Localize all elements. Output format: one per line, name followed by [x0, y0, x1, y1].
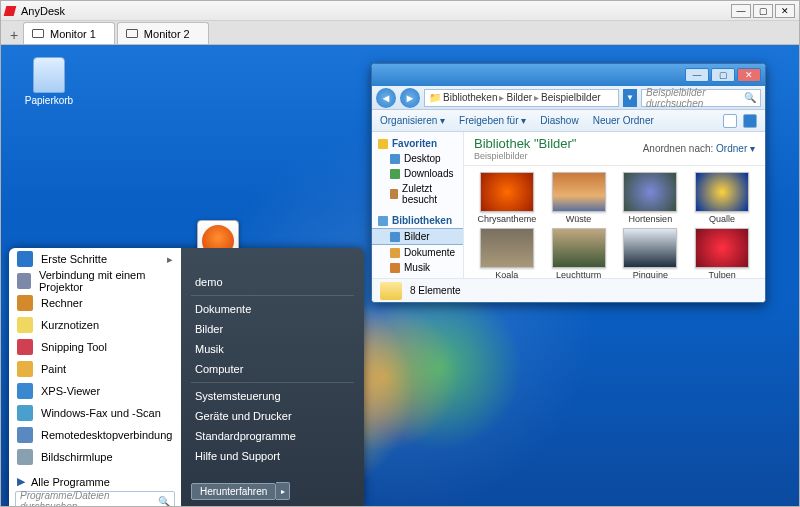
music-icon	[390, 263, 400, 273]
tab-monitor-2[interactable]: Monitor 2	[117, 22, 209, 44]
close-button[interactable]: ✕	[775, 4, 795, 18]
thumbnail[interactable]: Pinguine	[618, 228, 684, 278]
start-right-item[interactable]: demo	[181, 272, 364, 292]
start-menu-right: demoDokumenteBilderMusikComputerSystemst…	[181, 248, 364, 506]
anydesk-window: AnyDesk — ▢ ✕ + Monitor 1 Monitor 2 Papi…	[0, 0, 800, 507]
organize-menu[interactable]: Organisieren ▾	[380, 115, 445, 126]
thumbnail[interactable]: Hortensien	[618, 172, 684, 224]
breadcrumb-item[interactable]: Bilder	[506, 92, 532, 103]
start-item[interactable]: Erste Schritte▸	[9, 248, 181, 270]
minimize-button[interactable]: —	[731, 4, 751, 18]
start-item[interactable]: Bildschirmlupe	[9, 446, 181, 468]
explorer-titlebar[interactable]: — ▢ ✕	[372, 64, 765, 86]
start-right-item[interactable]: Geräte und Drucker	[181, 406, 364, 426]
all-programs[interactable]: ▶ Alle Programme	[9, 472, 181, 491]
thumbnail[interactable]: Chrysantheme	[474, 172, 540, 224]
start-right-item[interactable]: Standardprogramme	[181, 426, 364, 446]
start-item[interactable]: XPS-Viewer	[9, 380, 181, 402]
new-folder-button[interactable]: Neuer Ordner	[593, 115, 654, 126]
share-menu[interactable]: Freigeben für ▾	[459, 115, 526, 126]
app-icon	[17, 317, 33, 333]
sidebar-musik[interactable]: Musik	[372, 260, 463, 275]
sidebar-downloads[interactable]: Downloads	[372, 166, 463, 181]
thumbnail-grid: ChrysanthemeWüsteHortensienQualleKoalaLe…	[464, 166, 765, 278]
start-right-item[interactable]: Bilder	[181, 319, 364, 339]
sidebar-dokumente[interactable]: Dokumente	[372, 245, 463, 260]
tab-monitor-1[interactable]: Monitor 1	[23, 22, 115, 44]
app-icon	[17, 449, 33, 465]
start-right-item[interactable]: Dokumente	[181, 299, 364, 319]
sidebar-recent[interactable]: Zuletzt besucht	[372, 181, 463, 207]
libraries-header[interactable]: Bibliotheken	[372, 213, 463, 228]
breadcrumb-dropdown[interactable]: ▼	[623, 89, 637, 107]
start-item[interactable]: Paint	[9, 358, 181, 380]
start-item-label: Windows-Fax und -Scan	[41, 407, 161, 419]
library-icon	[378, 216, 388, 226]
thumbnail-image	[623, 228, 677, 268]
monitor-icon	[32, 29, 44, 38]
thumbnail-label: Leuchtturm	[546, 270, 612, 278]
start-right-item[interactable]: Hilfe und Support	[181, 446, 364, 466]
start-item[interactable]: Snipping Tool	[9, 336, 181, 358]
app-icon	[17, 383, 33, 399]
thumbnail[interactable]: Qualle	[689, 172, 755, 224]
thumbnail[interactable]: Tulpen	[689, 228, 755, 278]
folder-icon	[380, 282, 402, 300]
folder-icon: 📁	[429, 92, 441, 103]
recent-icon	[390, 189, 398, 199]
thumbnail[interactable]: Wüste	[546, 172, 612, 224]
explorer-window[interactable]: — ▢ ✕ ◄ ► 📁 Bibliotheken▸ Bilder▸ Beispi…	[371, 63, 766, 303]
anydesk-logo-icon	[4, 6, 17, 16]
submenu-arrow-icon: ▸	[107, 253, 173, 266]
thumbnail-image	[480, 228, 534, 268]
search-placeholder: Beispielbilder durchsuchen	[646, 87, 744, 109]
thumbnail[interactable]: Koala	[474, 228, 540, 278]
start-item[interactable]: Kurznotizen	[9, 314, 181, 336]
search-icon: 🔍	[158, 496, 170, 507]
slideshow-button[interactable]: Diashow	[540, 115, 578, 126]
start-item[interactable]: Verbindung mit einem Projektor	[9, 270, 181, 292]
tab-label: Monitor 1	[50, 28, 96, 40]
maximize-button[interactable]: ▢	[753, 4, 773, 18]
view-mode-button[interactable]	[723, 114, 737, 128]
start-item-label: Snipping Tool	[41, 341, 107, 353]
breadcrumb[interactable]: 📁 Bibliotheken▸ Bilder▸ Beispielbilder	[424, 89, 619, 107]
start-item[interactable]: Windows-Fax und -Scan	[9, 402, 181, 424]
app-icon	[17, 295, 33, 311]
titlebar[interactable]: AnyDesk — ▢ ✕	[1, 1, 799, 21]
remote-viewport[interactable]: Papierkorb — ▢ ✕ ◄ ► 📁 Bibliotheken▸ Bil…	[1, 45, 799, 506]
sidebar-desktop[interactable]: Desktop	[372, 151, 463, 166]
start-item[interactable]: Remotedesktopverbindung	[9, 424, 181, 446]
thumbnail[interactable]: Leuchtturm	[546, 228, 612, 278]
explorer-search-input[interactable]: Beispielbilder durchsuchen 🔍	[641, 89, 761, 107]
thumbnail-label: Hortensien	[618, 214, 684, 224]
favorites-header[interactable]: Favoriten	[372, 136, 463, 151]
thumbnail-label: Pinguine	[618, 270, 684, 278]
thumbnail-label: Tulpen	[689, 270, 755, 278]
breadcrumb-item[interactable]: Bibliotheken	[443, 92, 497, 103]
shutdown-dropdown[interactable]: ▸	[276, 482, 290, 500]
new-tab-button[interactable]: +	[5, 26, 23, 44]
explorer-close-button[interactable]: ✕	[737, 68, 761, 82]
explorer-minimize-button[interactable]: —	[685, 68, 709, 82]
recycle-bin[interactable]: Papierkorb	[19, 57, 79, 106]
arrange-dropdown[interactable]: Ordner ▾	[716, 143, 755, 154]
explorer-toolbar: Organisieren ▾ Freigeben für ▾ Diashow N…	[372, 110, 765, 132]
thumbnail-image	[623, 172, 677, 212]
explorer-maximize-button[interactable]: ▢	[711, 68, 735, 82]
remote-desktop[interactable]: Papierkorb — ▢ ✕ ◄ ► 📁 Bibliotheken▸ Bil…	[1, 45, 799, 506]
shutdown-button[interactable]: Herunterfahren	[191, 483, 276, 500]
help-button[interactable]	[743, 114, 757, 128]
start-right-item[interactable]: Musik	[181, 339, 364, 359]
start-search-input[interactable]: Programme/Dateien durchsuchen 🔍	[15, 491, 175, 506]
breadcrumb-item[interactable]: Beispielbilder	[541, 92, 600, 103]
start-item[interactable]: Rechner	[9, 292, 181, 314]
start-menu-left: Erste Schritte▸Verbindung mit einem Proj…	[9, 248, 181, 506]
sidebar-bilder[interactable]: Bilder	[372, 228, 463, 245]
app-icon	[17, 273, 31, 289]
start-item-label: Paint	[41, 363, 66, 375]
nav-back-button[interactable]: ◄	[376, 88, 396, 108]
start-right-item[interactable]: Computer	[181, 359, 364, 379]
nav-forward-button[interactable]: ►	[400, 88, 420, 108]
start-right-item[interactable]: Systemsteuerung	[181, 386, 364, 406]
